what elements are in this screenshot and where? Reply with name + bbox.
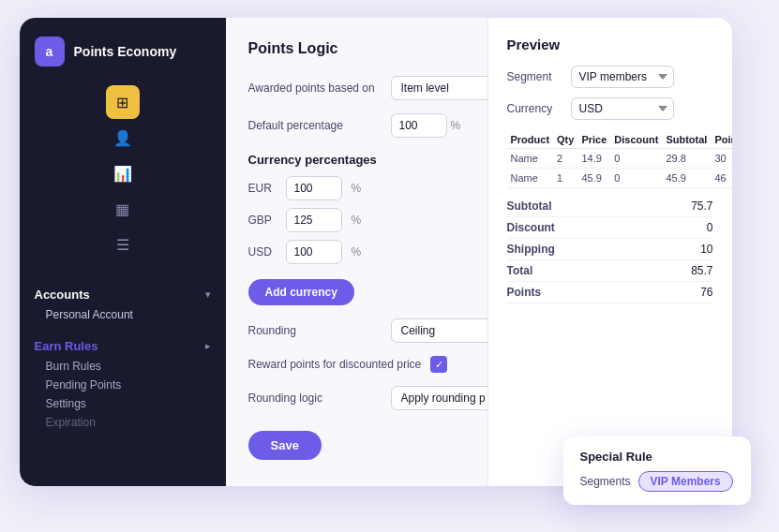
cell-product-2: Name xyxy=(507,169,554,188)
cell-subtotal-1: 29.8 xyxy=(662,149,711,169)
rounding-logic-select[interactable]: Apply rounding per item xyxy=(391,386,488,410)
cell-price-1: 14.9 xyxy=(577,149,610,169)
sidebar-item-settings[interactable]: Settings xyxy=(35,394,211,413)
earn-rules-section: Earn Rules ▸ Burn Rules Pending Points S… xyxy=(20,332,226,436)
sidebar-nav: Accounts ▾ Personal Account Earn Rules ▸… xyxy=(20,269,226,486)
sidebar-item-pending-points[interactable]: Pending Points xyxy=(35,376,211,394)
preview-title: Preview xyxy=(507,37,713,52)
sidebar-item-burn-rules[interactable]: Burn Rules xyxy=(35,357,211,376)
accounts-header[interactable]: Accounts ▾ xyxy=(35,284,211,305)
special-rule-segments-row: Segments VIP Members xyxy=(580,471,734,492)
eur-percent: % xyxy=(352,182,362,195)
segment-label: Segment xyxy=(507,70,563,83)
reward-discounted-checkbox[interactable]: ✓ xyxy=(430,356,447,373)
reward-discounted-label: Reward points for discounted price xyxy=(248,358,422,371)
col-discount: Discount xyxy=(610,131,662,149)
currency-row-eur: EUR % xyxy=(248,176,465,200)
cell-subtotal-2: 45.9 xyxy=(662,169,711,188)
segments-label: Segments xyxy=(580,475,631,488)
preview-table: Product Qty Price Discount Subtotal Poin… xyxy=(507,131,732,188)
rounding-row: Rounding Ceiling xyxy=(248,318,465,343)
gbp-code: GBP xyxy=(248,214,277,227)
points-label: Points xyxy=(507,286,542,299)
shipping-value: 10 xyxy=(700,243,712,256)
usd-code: USD xyxy=(248,245,277,259)
default-percentage-label: Default percentage xyxy=(248,119,380,132)
earn-rules-title: Earn Rules xyxy=(35,339,98,353)
vip-badge[interactable]: VIP Members xyxy=(638,471,733,492)
shipping-label: Shipping xyxy=(507,243,555,256)
add-currency-button[interactable]: Add currency xyxy=(248,279,354,305)
col-product: Product xyxy=(507,131,554,149)
rounding-logic-row: Rounding logic Apply rounding per item xyxy=(248,386,465,410)
earn-rules-arrow-icon: ▸ xyxy=(205,340,211,352)
points-value: 76 xyxy=(700,286,712,299)
cell-discount-2: 0 xyxy=(610,169,662,188)
rounding-select[interactable]: Ceiling xyxy=(391,318,488,343)
cell-discount-1: 0 xyxy=(610,149,662,169)
special-rule-title: Special Rule xyxy=(580,450,734,464)
save-button[interactable]: Save xyxy=(248,431,322,460)
default-percentage-input-unit: % xyxy=(391,113,461,138)
earn-rules-header[interactable]: Earn Rules ▸ xyxy=(35,335,211,357)
points-logic-panel: Points Logic Awarded points based on Ite… xyxy=(226,18,488,486)
cell-price-2: 45.9 xyxy=(577,169,610,188)
sidebar-item-expiration[interactable]: Expiration xyxy=(35,413,211,432)
default-percentage-row: Default percentage % xyxy=(248,113,465,138)
col-price: Price xyxy=(577,131,610,149)
sidebar-icon-row: ⊞ 👤 📊 ▦ ☰ xyxy=(20,81,226,269)
usd-percent: % xyxy=(352,245,362,259)
default-percentage-input[interactable] xyxy=(391,113,447,138)
currency-select[interactable]: USD xyxy=(571,97,674,120)
eur-input[interactable] xyxy=(286,176,342,200)
sidebar-item-personal-account[interactable]: Personal Account xyxy=(35,305,211,324)
cell-qty-2: 1 xyxy=(553,169,577,188)
gbp-input[interactable] xyxy=(286,208,342,232)
user-icon-btn[interactable]: 👤 xyxy=(106,121,140,155)
cell-product-1: Name xyxy=(507,149,554,169)
subtotal-value: 75.7 xyxy=(691,200,712,213)
percent-sign: % xyxy=(451,119,461,132)
sidebar: a Points Economy ⊞ 👤 📊 ▦ ☰ Accounts ▾ xyxy=(20,18,226,486)
currency-row-gbp: GBP % xyxy=(248,208,465,232)
cell-points-2: 46 xyxy=(711,169,731,188)
awarded-points-row: Awarded points based on Item level xyxy=(248,76,465,100)
cell-qty-1: 2 xyxy=(553,149,577,169)
summary-subtotal: Subtotal 75.7 xyxy=(507,196,713,217)
summary-points: Points 76 xyxy=(507,282,713,303)
cell-points-1: 30 xyxy=(711,149,731,169)
currency-row-usd: USD % xyxy=(248,240,465,264)
table-row: Name 2 14.9 0 29.8 30 xyxy=(507,149,732,169)
special-rule-card: Special Rule Segments VIP Members xyxy=(563,436,751,505)
col-subtotal: Subtotal xyxy=(662,131,711,149)
rounding-label: Rounding xyxy=(248,324,380,337)
subtotal-label: Subtotal xyxy=(507,200,552,213)
sidebar-header: a Points Economy xyxy=(20,18,226,81)
usd-input[interactable] xyxy=(286,240,342,264)
preview-panel: Preview Segment VIP members Currency USD xyxy=(488,18,732,486)
col-qty: Qty xyxy=(553,131,577,149)
discount-value: 0 xyxy=(707,221,713,234)
accounts-section: Accounts ▾ Personal Account xyxy=(20,276,226,332)
table-row: Name 1 45.9 0 45.9 46 xyxy=(507,169,732,188)
summary-total: Total 85.7 xyxy=(507,260,713,282)
gbp-percent: % xyxy=(352,214,362,227)
total-label: Total xyxy=(507,264,533,277)
currency-percentages-title: Currency percentages xyxy=(248,153,465,167)
reward-discounted-row: Reward points for discounted price ✓ xyxy=(248,356,465,373)
table-icon-btn[interactable]: ▦ xyxy=(106,192,140,226)
chart-icon-btn[interactable]: 📊 xyxy=(106,156,140,190)
segment-select[interactable]: VIP members xyxy=(571,66,674,88)
currency-label: Currency xyxy=(507,102,563,115)
points-logic-title: Points Logic xyxy=(248,40,465,57)
awarded-select[interactable]: Item level xyxy=(391,76,488,100)
segment-row: Segment VIP members xyxy=(507,66,713,88)
total-value: 85.7 xyxy=(691,264,712,277)
summary-discount: Discount 0 xyxy=(507,217,713,239)
discount-label: Discount xyxy=(507,221,555,234)
eur-code: EUR xyxy=(248,182,277,195)
list-icon-btn[interactable]: ☰ xyxy=(106,228,140,261)
currency-row-preview: Currency USD xyxy=(507,97,713,120)
grid-icon-btn[interactable]: ⊞ xyxy=(106,85,140,119)
awarded-label: Awarded points based on xyxy=(248,81,380,95)
